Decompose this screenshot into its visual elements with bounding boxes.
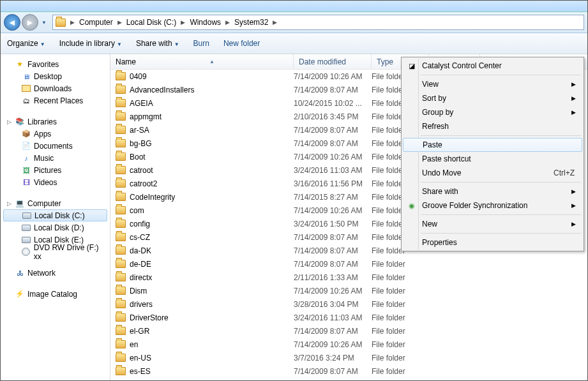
downloads-icon — [22, 85, 31, 92]
ctx-new[interactable]: New▶ — [403, 217, 582, 231]
file-date: 7/14/2009 10:26 AM — [294, 340, 372, 349]
sidebar-disk-d[interactable]: Local Disk (D:) — [1, 221, 110, 234]
column-name[interactable]: Name▲ — [110, 54, 294, 69]
ctx-view[interactable]: View▶ — [403, 77, 582, 91]
folder-icon — [116, 220, 126, 228]
burn-button[interactable]: Burn — [193, 39, 209, 48]
image-catalog-icon: ⚡ — [15, 289, 25, 299]
ctx-paste-shortcut[interactable]: Paste shortcut — [403, 152, 582, 166]
file-date: 3/24/2016 11:03 AM — [294, 313, 372, 322]
breadcrumb-computer[interactable]: Computer — [77, 17, 116, 28]
breadcrumb-arrow[interactable]: ▶ — [223, 19, 232, 26]
ctx-refresh[interactable]: Refresh — [403, 119, 582, 133]
sidebar-downloads[interactable]: Downloads — [1, 82, 110, 94]
back-button[interactable]: ◄ — [4, 14, 20, 31]
breadcrumb-arrow[interactable]: ▶ — [271, 19, 279, 26]
folder-icon — [116, 179, 126, 188]
ctx-paste[interactable]: Paste — [403, 138, 582, 152]
file-date: 2/10/2016 3:45 PM — [294, 112, 372, 121]
folder-icon — [116, 206, 126, 214]
file-type: File folder — [372, 273, 429, 282]
ctx-sort-by[interactable]: Sort by▶ — [403, 91, 582, 105]
file-date: 3/24/2016 1:50 PM — [294, 220, 372, 228]
breadcrumb-system32[interactable]: System32 — [232, 17, 271, 28]
navigation-pane: ★Favorites 🖥Desktop Downloads 🗂Recent Pl… — [1, 54, 110, 381]
column-date[interactable]: Date modified — [294, 54, 372, 69]
file-date: 2/11/2016 1:33 AM — [294, 273, 372, 282]
sidebar-libraries[interactable]: ▷📚Libraries — [1, 116, 110, 128]
folder-icon — [116, 313, 126, 322]
address-bar[interactable]: ▶ Computer ▶ Local Disk (C:) ▶ Windows ▶… — [52, 15, 584, 30]
context-menu: ◪Catalyst Control Center View▶ Sort by▶ … — [401, 57, 584, 251]
sidebar-dvd-drive[interactable]: DVD RW Drive (F:) xx — [1, 246, 110, 258]
file-date: 3/16/2016 11:56 PM — [294, 179, 372, 188]
submenu-arrow-icon: ▶ — [571, 221, 576, 227]
ctx-undo-move[interactable]: Undo MoveCtrl+Z — [403, 166, 582, 180]
separator — [421, 135, 581, 136]
ctx-groove-sync[interactable]: ◉Groove Folder Synchronization▶ — [403, 198, 582, 213]
forward-button[interactable]: ► — [22, 14, 38, 31]
sidebar-music[interactable]: ♪Music — [1, 152, 110, 164]
breadcrumb-arrow[interactable]: ▶ — [116, 19, 124, 26]
share-with-menu[interactable]: Share with▼ — [136, 39, 179, 48]
file-row[interactable]: Dism7/14/2009 10:26 AMFile folder — [110, 284, 587, 297]
sidebar-apps[interactable]: 📦Apps — [1, 128, 110, 140]
sidebar-pictures[interactable]: 🖼Pictures — [1, 164, 110, 176]
organize-menu[interactable]: Organize▼ — [7, 39, 45, 48]
folder-icon — [116, 72, 126, 80]
ctx-group-by[interactable]: Group by▶ — [403, 105, 582, 119]
breadcrumb-arrow[interactable]: ▶ — [179, 19, 187, 26]
apps-icon: 📦 — [21, 129, 31, 139]
ctx-properties[interactable]: Properties — [403, 235, 582, 250]
new-folder-button[interactable]: New folder — [223, 39, 260, 48]
sidebar-recent[interactable]: 🗂Recent Places — [1, 94, 110, 107]
submenu-arrow-icon: ▶ — [571, 95, 576, 101]
breadcrumb-windows[interactable]: Windows — [187, 17, 223, 28]
file-name: el-GR — [130, 327, 149, 336]
music-icon: ♪ — [21, 153, 31, 163]
file-row[interactable]: de-DE7/14/2009 8:07 AMFile folder — [110, 257, 587, 271]
sidebar-image-catalog[interactable]: ⚡Image Catalog — [1, 288, 110, 300]
ctx-share-with[interactable]: Share with▶ — [403, 184, 582, 198]
file-row[interactable]: es-ES7/14/2009 8:07 AMFile folder — [110, 364, 587, 378]
file-date: 7/14/2009 8:07 AM — [294, 86, 372, 94]
documents-icon: 📄 — [21, 141, 31, 151]
file-row[interactable]: en7/14/2009 10:26 AMFile folder — [110, 338, 587, 351]
disk-icon — [22, 225, 31, 231]
folder-icon — [116, 193, 126, 201]
file-name: CodeIntegrity — [130, 193, 175, 202]
file-date: 7/14/2009 8:07 AM — [294, 233, 372, 242]
sidebar-disk-c[interactable]: Local Disk (C:) — [3, 209, 107, 221]
file-row[interactable]: el-GR7/14/2009 8:07 AMFile folder — [110, 324, 587, 338]
file-type: File folder — [372, 367, 429, 376]
file-row[interactable]: directx2/11/2016 1:33 AMFile folder — [110, 271, 587, 284]
folder-icon — [116, 354, 126, 362]
breadcrumb-disk[interactable]: Local Disk (C:) — [124, 17, 179, 28]
file-name: cs-CZ — [130, 233, 150, 242]
include-library-menu[interactable]: Include in library▼ — [59, 39, 122, 48]
submenu-arrow-icon: ▶ — [571, 202, 576, 209]
submenu-arrow-icon: ▶ — [571, 81, 576, 87]
file-row[interactable]: drivers3/28/2016 3:04 PMFile folder — [110, 297, 587, 311]
file-name: bg-BG — [130, 139, 152, 148]
sidebar-documents[interactable]: 📄Documents — [1, 140, 110, 152]
file-name: ar-SA — [130, 126, 149, 135]
file-row[interactable]: DriverStore3/24/2016 11:03 AMFile folder — [110, 311, 587, 324]
file-name: catroot2 — [130, 179, 157, 188]
breadcrumb-arrow[interactable]: ▶ — [68, 19, 77, 26]
folder-icon — [116, 99, 126, 107]
sidebar-favorites[interactable]: ★Favorites — [1, 58, 110, 70]
sidebar-desktop[interactable]: 🖥Desktop — [1, 70, 110, 82]
sidebar-videos[interactable]: 🎞Videos — [1, 176, 110, 188]
file-type: File folder — [372, 300, 429, 309]
file-row[interactable]: en-US3/7/2016 3:24 PMFile folder — [110, 351, 587, 364]
nav-history-dropdown[interactable]: ▼ — [40, 14, 49, 31]
file-name: 0409 — [130, 72, 147, 81]
file-date: 7/14/2015 8:27 AM — [294, 193, 372, 202]
catalyst-icon: ◪ — [407, 61, 417, 71]
file-date: 7/14/2009 8:07 AM — [294, 246, 372, 255]
command-bar: Organize▼ Include in library▼ Share with… — [1, 33, 587, 54]
sidebar-network[interactable]: 🖧Network — [1, 267, 110, 279]
sidebar-computer[interactable]: ▷💻Computer — [1, 197, 110, 209]
ctx-catalyst[interactable]: ◪Catalyst Control Center — [403, 59, 582, 73]
